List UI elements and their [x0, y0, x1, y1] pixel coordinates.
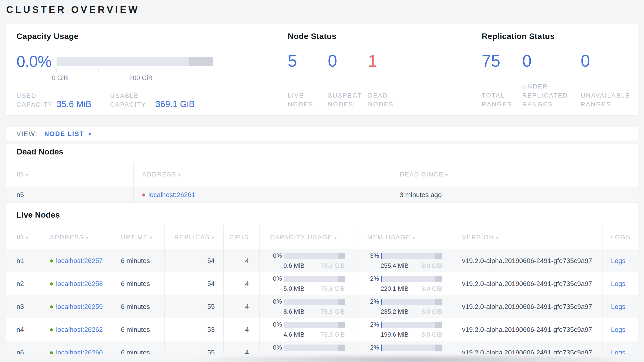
view-selected-value: NODE LIST: [44, 130, 84, 138]
under-replicated-ranges-count: 0: [522, 51, 581, 71]
node-id-cell: n6: [6, 341, 41, 354]
uptime-cell: 6 minutes: [112, 272, 164, 295]
sort-arrow-icon: ▾: [178, 172, 182, 177]
sort-arrow-icon: ▾: [212, 235, 215, 240]
table-row: n4 localhost:26262 6 minutes 53 4 0% 4.6…: [6, 318, 638, 341]
cpus-cell: 4: [224, 341, 260, 354]
live-col-mem-usage[interactable]: MEM USAGE▾: [356, 225, 454, 249]
capacity-bar: [284, 276, 345, 282]
cpus-cell: 4: [224, 249, 260, 272]
used-capacity-value: 35.6 MiB: [56, 99, 92, 109]
node-status-title: Node Status: [288, 32, 482, 41]
logs-cell: Logs: [602, 272, 638, 295]
node-address-link[interactable]: localhost:26257: [56, 257, 103, 264]
dead-nodes-label: DEAD NODES: [368, 91, 404, 115]
mem-usage-cell: 2% 199.6 MiB8.0 GiB: [356, 318, 454, 341]
live-col-capacity-usage[interactable]: CAPACITY USAGE▾: [260, 225, 356, 249]
table-row: n3 localhost:26259 6 minutes 55 4 0% 8.6…: [6, 295, 638, 318]
view-dropdown[interactable]: NODE LIST ▾: [44, 130, 92, 138]
total-ranges-label: TOTAL RANGES: [482, 91, 518, 115]
logs-link[interactable]: Logs: [611, 280, 626, 287]
live-nodes-table: ID▾ ADDRESS▾ UPTIME▾ REPLICAS▾ CPUS CAPA…: [6, 225, 638, 354]
capacity-bar: [284, 299, 345, 305]
logs-cell: Logs: [602, 295, 638, 318]
dead-nodes-heading: Dead Nodes: [6, 143, 638, 156]
logs-link[interactable]: Logs: [611, 303, 626, 310]
live-col-id[interactable]: ID▾: [6, 225, 41, 249]
dead-since-cell: 3 minutes ago: [391, 187, 638, 203]
capacity-percent-value: 0.0%: [16, 52, 56, 71]
suspect-nodes-label: SUSPECT NODES: [328, 91, 364, 115]
dead-col-id[interactable]: ID▾: [6, 162, 134, 187]
uptime-cell: 6 minutes: [112, 318, 164, 341]
node-address-link[interactable]: localhost:26259: [56, 303, 103, 310]
live-col-replicas[interactable]: REPLICAS▾: [164, 225, 224, 249]
nodes-panel: Dead Nodes ID▾ ADDRESS▾ DEAD SINCE▾ n5 l…: [6, 143, 638, 354]
node-address-cell: localhost:26258: [41, 272, 112, 295]
uptime-cell: 6 minutes: [112, 295, 164, 318]
dead-col-dead-since[interactable]: DEAD SINCE▾: [391, 162, 638, 187]
cpus-cell: 4: [224, 272, 260, 295]
memory-bar: [381, 322, 442, 328]
node-address-cell: localhost:26257: [41, 249, 112, 272]
node-id-cell: n3: [6, 295, 41, 318]
capacity-usage-cell: 0% 7.8 MiB73.8 GiB: [260, 341, 356, 354]
gauge-tick: [56, 68, 57, 72]
logs-link[interactable]: Logs: [611, 349, 626, 354]
live-col-cpus[interactable]: CPUS: [224, 225, 260, 249]
node-address-cell: localhost:26260: [41, 341, 112, 354]
dead-col-address[interactable]: ADDRESS▾: [134, 162, 391, 187]
capacity-gauge-bar: 0 GiB 200 GiB: [56, 57, 213, 66]
replication-status-section: Replication Status 75 TOTAL RANGES 0 UND…: [482, 24, 638, 115]
gauge-tick: [141, 68, 141, 72]
view-label: VIEW:: [16, 130, 38, 138]
sort-arrow-icon: ▾: [446, 172, 448, 177]
live-node-dot-icon: [50, 305, 53, 308]
sort-arrow-icon: ▾: [412, 235, 416, 240]
dead-nodes-table: ID▾ ADDRESS▾ DEAD SINCE▾ n5 localhost:26…: [6, 162, 638, 203]
capacity-usage-cell: 0% 9.6 MiB73.8 GiB: [260, 249, 356, 272]
gauge-tick: [183, 68, 183, 72]
total-ranges-count: 75: [482, 51, 522, 71]
logs-cell: Logs: [602, 341, 638, 354]
capacity-gauge-used-segment: [189, 57, 213, 66]
capacity-usage-title: Capacity Usage: [16, 32, 288, 41]
logs-link[interactable]: Logs: [611, 326, 626, 333]
usable-capacity-value: 369.1 GiB: [156, 99, 195, 109]
replicas-cell: 54: [164, 249, 224, 272]
sort-arrow-icon: ▾: [26, 235, 29, 240]
live-node-dot-icon: [50, 328, 53, 331]
live-nodes-count: 5: [288, 51, 328, 71]
live-col-version[interactable]: VERSION▾: [454, 225, 602, 249]
suspect-nodes-count: 0: [328, 51, 368, 71]
node-id-cell: n1: [6, 249, 41, 272]
replicas-cell: 54: [164, 272, 224, 295]
version-cell: v19.2.0-alpha.20190606-2491-gfe735c9a97: [454, 318, 602, 341]
sort-arrow-icon: ▾: [86, 235, 89, 240]
replicas-cell: 55: [164, 295, 224, 318]
node-address-link[interactable]: localhost:26262: [56, 326, 103, 333]
replicas-cell: 55: [164, 341, 224, 354]
uptime-cell: 6 minutes: [112, 341, 164, 354]
table-row: n6 localhost:26260 6 minutes 55 4 0% 7.8…: [6, 341, 638, 354]
logs-cell: Logs: [602, 249, 638, 272]
live-node-dot-icon: [50, 351, 53, 354]
node-address-link[interactable]: localhost:26260: [56, 349, 103, 354]
version-cell: v19.2.0-alpha.20190606-2491-gfe735c9a97: [454, 249, 602, 272]
version-cell: v19.2.0-alpha.20190606-2491-gfe735c9a97: [454, 341, 602, 354]
sort-arrow-icon: ▾: [150, 235, 153, 240]
capacity-bar: [284, 344, 345, 351]
cpus-cell: 4: [224, 295, 260, 318]
sort-arrow-icon: ▾: [496, 235, 499, 240]
memory-bar: [381, 253, 442, 259]
node-address-cell: localhost:26262: [41, 318, 112, 341]
logs-link[interactable]: Logs: [611, 257, 626, 264]
live-col-uptime[interactable]: UPTIME▾: [112, 225, 164, 249]
live-col-address[interactable]: ADDRESS▾: [41, 225, 112, 249]
node-address-link[interactable]: localhost:26261: [148, 191, 195, 199]
replication-status-title: Replication Status: [482, 32, 638, 41]
node-id-cell: n4: [6, 318, 41, 341]
capacity-bar: [284, 253, 345, 259]
node-address-link[interactable]: localhost:26258: [56, 280, 103, 287]
capacity-usage-cell: 0% 5.0 MiB73.8 GiB: [260, 272, 356, 295]
